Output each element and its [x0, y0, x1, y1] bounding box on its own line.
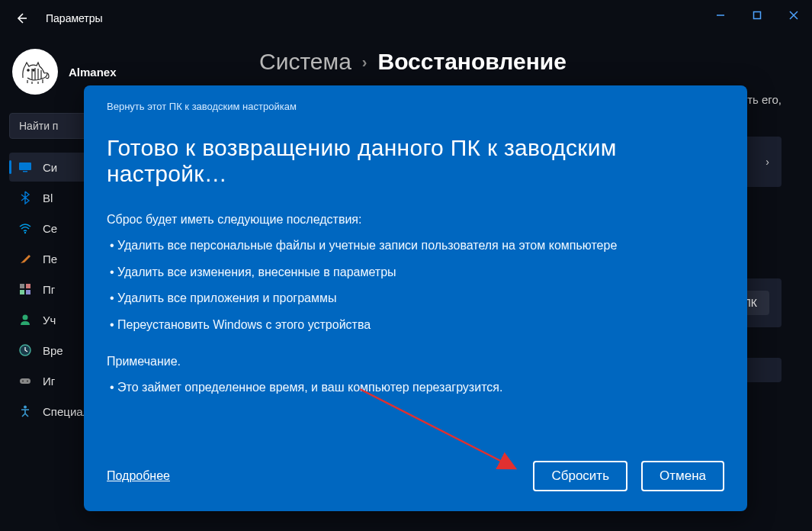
- dialog-bullet: • Удалить все изменения, внесенные в пар…: [110, 261, 724, 284]
- dialog-note-title: Примечание.: [107, 350, 724, 373]
- maximize-button[interactable]: [739, 0, 775, 31]
- apps-icon: [18, 282, 32, 296]
- user-icon: [18, 313, 32, 327]
- svg-point-16: [24, 232, 26, 233]
- nav-label: Си: [43, 161, 57, 174]
- app-title: Параметры: [46, 12, 103, 24]
- minimize-button[interactable]: [702, 0, 739, 31]
- monitor-icon: [18, 160, 32, 174]
- breadcrumb: Система › Восстановление: [259, 49, 782, 75]
- dialog-lead: Сброс будет иметь следующие последствия:: [107, 208, 724, 231]
- svg-point-26: [24, 406, 27, 409]
- nav-label: Вре: [43, 344, 63, 357]
- titlebar: Параметры: [0, 0, 812, 37]
- clock-icon: [18, 343, 32, 357]
- nav-label: Пг: [43, 283, 55, 296]
- svg-point-24: [22, 381, 24, 382]
- dialog-note-bullet: • Это займет определенное время, и ваш к…: [110, 376, 724, 399]
- maximize-icon: [753, 11, 762, 20]
- avatar: [12, 49, 58, 95]
- dialog-bullet: • Удалить все персональные файлы и учетн…: [110, 234, 724, 257]
- back-button[interactable]: [6, 3, 37, 34]
- reset-button[interactable]: Сбросить: [533, 461, 627, 491]
- cancel-button[interactable]: Отмена: [641, 461, 724, 491]
- wifi-icon: [18, 221, 32, 235]
- accessibility-icon: [18, 404, 32, 418]
- nav-label: Пе: [43, 253, 57, 266]
- dialog-footer: Подробнее Сбросить Отмена: [107, 461, 724, 491]
- dialog-subtitle: Вернуть этот ПК к заводским настройкам: [107, 101, 724, 112]
- reset-dialog: Вернуть этот ПК к заводским настройкам Г…: [84, 85, 747, 511]
- svg-rect-15: [23, 171, 27, 172]
- svg-rect-1: [754, 12, 761, 19]
- profile-name: Almanex: [69, 66, 117, 79]
- minimize-icon: [716, 11, 725, 20]
- svg-point-21: [23, 315, 28, 320]
- svg-rect-19: [20, 290, 24, 294]
- svg-rect-18: [26, 284, 30, 288]
- svg-rect-14: [19, 163, 31, 170]
- window-controls: [702, 0, 812, 31]
- svg-point-4: [27, 69, 29, 71]
- close-button[interactable]: [775, 0, 812, 31]
- nav-label: Bl: [43, 191, 53, 204]
- breadcrumb-sep: ›: [362, 53, 367, 71]
- arrow-left-icon: [15, 12, 27, 24]
- dialog-title: Готово к возвращению данного ПК к заводс…: [107, 135, 724, 187]
- breadcrumb-parent[interactable]: Система: [259, 49, 351, 75]
- nav-label: Иг: [43, 375, 55, 388]
- bluetooth-icon: [18, 191, 32, 204]
- more-link[interactable]: Подробнее: [107, 469, 170, 483]
- gamepad-icon: [18, 374, 32, 388]
- nav-label: Се: [43, 222, 57, 235]
- svg-rect-23: [20, 378, 30, 384]
- brush-icon: [18, 252, 32, 266]
- dialog-bullet: • Переустановить Windows с этого устройс…: [110, 314, 724, 336]
- svg-rect-17: [20, 284, 24, 288]
- avatar-cat-icon: [18, 55, 52, 88]
- svg-point-5: [33, 69, 34, 71]
- dialog-bullet: • Удалить все приложения и программы: [110, 287, 724, 310]
- svg-rect-20: [26, 290, 30, 294]
- close-icon: [789, 11, 798, 20]
- breadcrumb-current: Восстановление: [378, 49, 566, 75]
- svg-point-25: [27, 381, 28, 382]
- chevron-right-icon: ›: [765, 156, 769, 168]
- dialog-body: Сброс будет иметь следующие последствия:…: [107, 208, 724, 452]
- nav-label: Уч: [43, 314, 56, 327]
